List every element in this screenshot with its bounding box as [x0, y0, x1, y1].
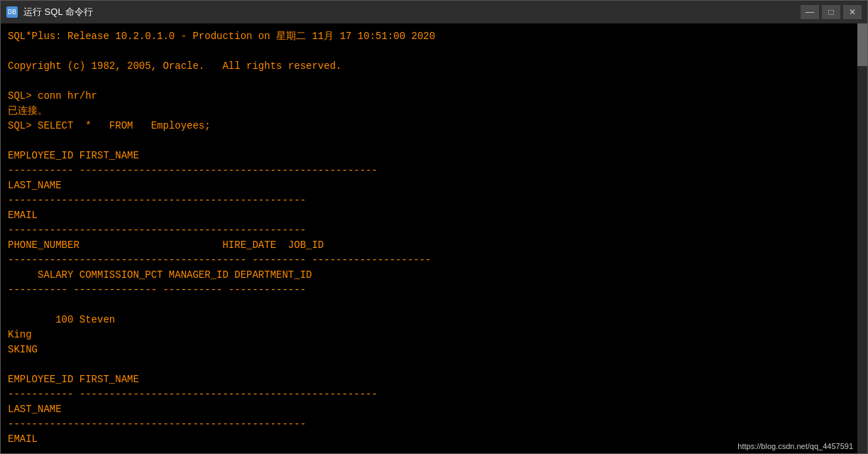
app-icon: DB — [6, 6, 18, 18]
terminal-output[interactable]: SQL*Plus: Release 10.2.0.1.0 - Productio… — [1, 23, 867, 453]
main-window: DB 运行 SQL 命令行 — □ ✕ SQL*Plus: Release 10… — [0, 0, 868, 454]
vertical-scrollbar[interactable] — [857, 23, 867, 453]
title-bar: DB 运行 SQL 命令行 — □ ✕ — [1, 1, 867, 23]
title-bar-left: DB 运行 SQL 命令行 — [6, 6, 93, 18]
window-controls: — □ ✕ — [801, 5, 862, 19]
status-url: https://blog.csdn.net/qq_4457591 — [737, 442, 853, 450]
status-bar: https://blog.csdn.net/qq_4457591 — [737, 442, 853, 450]
close-button[interactable]: ✕ — [843, 5, 862, 19]
scrollbar-thumb[interactable] — [857, 23, 867, 66]
app-icon-label: DB — [8, 9, 16, 16]
window-title: 运行 SQL 命令行 — [23, 6, 93, 18]
minimize-button[interactable]: — — [801, 5, 819, 19]
maximize-button[interactable]: □ — [822, 5, 840, 19]
